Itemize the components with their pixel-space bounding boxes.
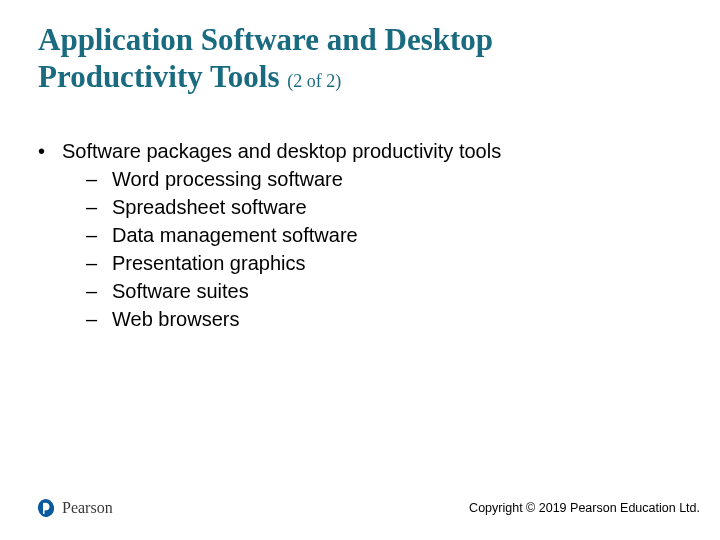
dash-icon: – [86, 305, 112, 333]
dash-icon: – [86, 165, 112, 193]
footer: Pearson Copyright © 2019 Pearson Educati… [0, 498, 720, 518]
title-line-1: Application Software and Desktop [38, 22, 493, 57]
brand: Pearson [36, 498, 113, 518]
list-item: – Word processing software [86, 165, 682, 193]
slide: Application Software and Desktop Product… [0, 0, 720, 540]
list-item: – Web browsers [86, 305, 682, 333]
sub-item-text: Data management software [112, 221, 358, 249]
lead-text: Software packages and desktop productivi… [62, 137, 682, 165]
list-item: • Software packages and desktop producti… [38, 137, 682, 165]
pearson-logo-icon [36, 498, 56, 518]
sub-item-text: Web browsers [112, 305, 239, 333]
sub-item-text: Spreadsheet software [112, 193, 307, 221]
list-item: – Spreadsheet software [86, 193, 682, 221]
dash-icon: – [86, 249, 112, 277]
slide-title: Application Software and Desktop Product… [38, 22, 682, 95]
sublist: – Word processing software – Spreadsheet… [38, 165, 682, 333]
dash-icon: – [86, 221, 112, 249]
title-line-2: Productivity Tools [38, 59, 279, 94]
sub-item-text: Software suites [112, 277, 249, 305]
bullet-icon: • [38, 137, 62, 165]
dash-icon: – [86, 193, 112, 221]
list-item: – Data management software [86, 221, 682, 249]
list-item: – Presentation graphics [86, 249, 682, 277]
list-item: – Software suites [86, 277, 682, 305]
dash-icon: – [86, 277, 112, 305]
title-pager: (2 of 2) [287, 71, 341, 91]
sub-item-text: Presentation graphics [112, 249, 305, 277]
sub-item-text: Word processing software [112, 165, 343, 193]
copyright-text: Copyright © 2019 Pearson Education Ltd. [469, 501, 700, 515]
slide-content: • Software packages and desktop producti… [38, 137, 682, 333]
brand-name: Pearson [62, 499, 113, 517]
